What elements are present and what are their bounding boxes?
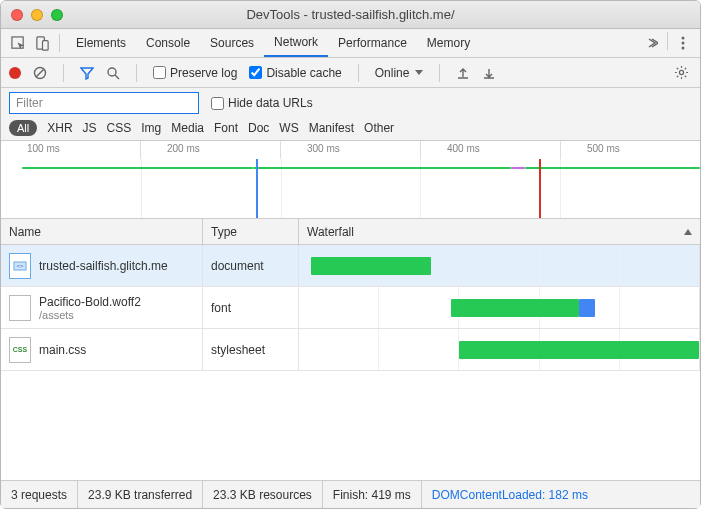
svg-text:<>: <>: [16, 263, 24, 269]
window-title: DevTools - trusted-sailfish.glitch.me/: [1, 7, 700, 22]
panel-tabs: Elements Console Sources Network Perform…: [66, 29, 480, 57]
document-file-icon: <>: [9, 253, 31, 279]
network-toolbar: Preserve log Disable cache Online: [1, 58, 700, 88]
request-path: /assets: [39, 309, 141, 321]
main-toolbar: Elements Console Sources Network Perform…: [1, 29, 700, 58]
filter-icon[interactable]: [80, 66, 94, 80]
waterfall-cell: [299, 287, 700, 328]
throttling-select[interactable]: Online: [375, 66, 424, 80]
hide-data-urls-checkbox[interactable]: Hide data URLs: [211, 96, 313, 110]
svg-point-3: [682, 37, 685, 40]
css-file-icon: CSS: [9, 337, 31, 363]
tick-label: 400 ms: [420, 141, 560, 159]
status-bar: 3 requests 23.9 KB transferred 23.3 KB r…: [1, 480, 700, 508]
resource-type-filters: All XHR JS CSS Img Media Font Doc WS Man…: [9, 120, 692, 136]
status-finish: Finish: 419 ms: [323, 481, 422, 508]
svg-rect-2: [42, 40, 48, 49]
inspect-icon[interactable]: [7, 32, 29, 54]
request-type: document: [203, 245, 299, 286]
svg-line-7: [36, 69, 44, 77]
filter-font[interactable]: Font: [214, 121, 238, 135]
filter-media[interactable]: Media: [171, 121, 204, 135]
request-name: Pacifico-Bold.woff2: [39, 295, 141, 309]
timeline-overview[interactable]: 100 ms 200 ms 300 ms 400 ms 500 ms: [1, 141, 700, 219]
zoom-window-button[interactable]: [51, 9, 63, 21]
filter-bar: Hide data URLs All XHR JS CSS Img Media …: [1, 88, 700, 141]
clear-icon[interactable]: [33, 66, 47, 80]
device-toggle-icon[interactable]: [31, 32, 53, 54]
tick-label: 200 ms: [140, 141, 280, 159]
request-type: stylesheet: [203, 329, 299, 370]
upload-har-icon[interactable]: [456, 66, 470, 80]
devtools-window: DevTools - trusted-sailfish.glitch.me/ E…: [0, 0, 701, 509]
filter-doc[interactable]: Doc: [248, 121, 269, 135]
table-row[interactable]: CSSmain.cssstylesheet: [1, 329, 700, 371]
waterfall-cell: [299, 329, 700, 370]
tick-label: 500 ms: [560, 141, 700, 159]
tab-elements[interactable]: Elements: [66, 29, 136, 57]
svg-point-10: [679, 70, 683, 74]
filter-css[interactable]: CSS: [107, 121, 132, 135]
hide-data-urls-label: Hide data URLs: [228, 96, 313, 110]
table-row[interactable]: Pacifico-Bold.woff2/assetsfont: [1, 287, 700, 329]
col-waterfall[interactable]: Waterfall: [299, 219, 700, 244]
filter-ws[interactable]: WS: [279, 121, 298, 135]
status-resources: 23.3 KB resources: [203, 481, 323, 508]
svg-point-8: [108, 68, 116, 76]
filter-js[interactable]: JS: [83, 121, 97, 135]
generic-file-icon: [9, 295, 31, 321]
request-rows: <>trusted-sailfish.glitch.medocumentPaci…: [1, 245, 700, 480]
search-icon[interactable]: [106, 66, 120, 80]
filter-xhr[interactable]: XHR: [47, 121, 72, 135]
grid-header: Name Type Waterfall: [1, 219, 700, 245]
request-name: main.css: [39, 343, 86, 357]
tick-label: 300 ms: [280, 141, 420, 159]
status-requests: 3 requests: [1, 481, 78, 508]
record-button[interactable]: [9, 67, 21, 79]
status-transferred: 23.9 KB transferred: [78, 481, 203, 508]
disable-cache-checkbox[interactable]: Disable cache: [249, 66, 341, 80]
svg-line-9: [115, 75, 119, 79]
filter-other[interactable]: Other: [364, 121, 394, 135]
request-type: font: [203, 287, 299, 328]
settings-gear-icon[interactable]: [670, 62, 692, 84]
filter-img[interactable]: Img: [141, 121, 161, 135]
download-har-icon[interactable]: [482, 66, 496, 80]
throttling-value: Online: [375, 66, 410, 80]
filter-all[interactable]: All: [9, 120, 37, 136]
svg-point-4: [682, 42, 685, 45]
table-row[interactable]: <>trusted-sailfish.glitch.medocument: [1, 245, 700, 287]
tick-label: 100 ms: [1, 141, 140, 159]
disable-cache-label: Disable cache: [266, 66, 341, 80]
kebab-menu-icon[interactable]: [672, 32, 694, 54]
status-dcl: DOMContentLoaded: 182 ms: [422, 481, 598, 508]
col-type[interactable]: Type: [203, 219, 299, 244]
minimize-window-button[interactable]: [31, 9, 43, 21]
titlebar: DevTools - trusted-sailfish.glitch.me/: [1, 1, 700, 29]
tab-performance[interactable]: Performance: [328, 29, 417, 57]
more-tabs-icon[interactable]: [641, 32, 663, 54]
sort-asc-icon: [684, 229, 692, 235]
preserve-log-label: Preserve log: [170, 66, 237, 80]
waterfall-cell: [299, 245, 700, 286]
window-controls: [11, 9, 63, 21]
tab-memory[interactable]: Memory: [417, 29, 480, 57]
chevron-down-icon: [415, 70, 423, 75]
close-window-button[interactable]: [11, 9, 23, 21]
preserve-log-checkbox[interactable]: Preserve log: [153, 66, 237, 80]
tab-console[interactable]: Console: [136, 29, 200, 57]
tab-network[interactable]: Network: [264, 29, 328, 57]
request-name: trusted-sailfish.glitch.me: [39, 259, 168, 273]
col-name[interactable]: Name: [1, 219, 203, 244]
filter-input[interactable]: [9, 92, 199, 114]
svg-point-5: [682, 47, 685, 50]
filter-manifest[interactable]: Manifest: [309, 121, 354, 135]
tab-sources[interactable]: Sources: [200, 29, 264, 57]
